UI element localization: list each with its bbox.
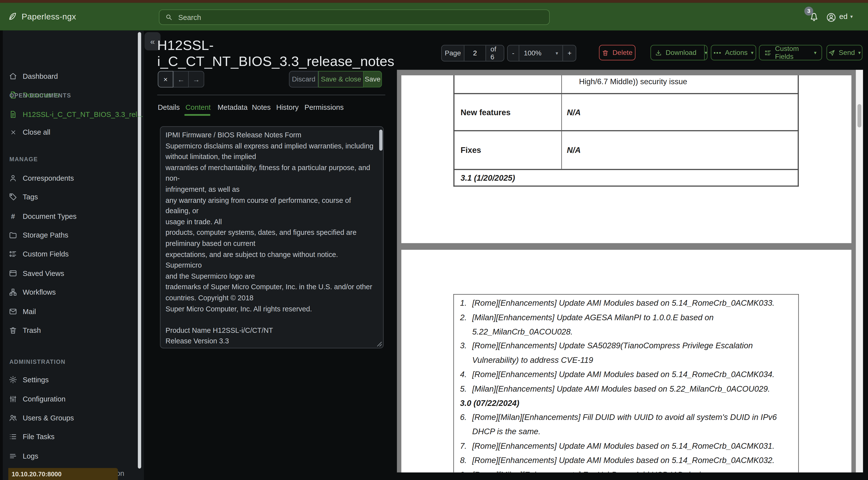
people-icon	[9, 414, 17, 422]
sidebar-item-dashboard[interactable]: Dashboard	[9, 71, 58, 82]
home-icon	[9, 72, 17, 81]
tag-icon	[9, 193, 17, 201]
hash-icon: #	[9, 212, 17, 220]
zoom-out-button[interactable]: -	[507, 46, 519, 61]
sidebar-item-file-tasks[interactable]: File Tasks	[9, 431, 55, 442]
list-item: 1. [Rome][Enhancements] Update AMI Modul…	[454, 296, 798, 311]
save-button-group: Discard Save & close Save	[289, 71, 382, 88]
trash-icon	[602, 49, 609, 56]
manage-header: MANAGE	[9, 156, 38, 162]
download-button: Download ▾	[651, 45, 708, 60]
page-count-label: of 6	[486, 46, 504, 61]
previous-document-button[interactable]: ←	[173, 71, 189, 88]
tab-history[interactable]: History	[276, 103, 299, 112]
custom-fields-button[interactable]: Custom Fields ▾	[759, 45, 822, 60]
discard-button[interactable]: Discard	[289, 71, 318, 88]
sidebar-item-tags[interactable]: Tags	[9, 191, 38, 202]
tab-metadata[interactable]: Metadata	[217, 103, 248, 112]
close-document-button[interactable]: ×	[158, 71, 173, 88]
content-textarea[interactable]: IPMI Firmware / BIOS Release Notes Form …	[160, 126, 383, 348]
textarea-resize-handle[interactable]	[376, 341, 382, 347]
list-item: 5. [Milan][Enhancements] Update AMI Modu…	[454, 382, 798, 396]
pdf-page-1: High/6.7 Middle)) security issue New fea…	[401, 75, 851, 243]
saved-views-icon	[9, 269, 17, 277]
send-icon	[828, 49, 835, 56]
list-item: 4. [Rome][Enhancements] Update AMI Modul…	[454, 368, 798, 382]
pdf-scrollbar-track[interactable]	[856, 70, 863, 473]
send-button[interactable]: Send ▾	[827, 45, 862, 60]
tab-permissions[interactable]: Permissions	[305, 103, 344, 112]
notification-badge: 3	[804, 6, 813, 15]
file-text-icon	[9, 110, 17, 119]
page-navigator: Page of 6	[441, 45, 504, 62]
trash-icon	[9, 326, 17, 334]
user-cluster: 3 ed ▾	[802, 2, 868, 30]
user-avatar-icon[interactable]	[826, 12, 837, 22]
custom-fields-icon	[765, 49, 772, 56]
user-menu-caret-icon[interactable]: ▾	[850, 2, 853, 30]
sidebar-item-open-document[interactable]: H12SSL-i_C_CT_NT_BIOS_3.3_rel...	[9, 109, 143, 120]
pdf-preview[interactable]: High/6.7 Middle)) security issue New fea…	[397, 70, 863, 473]
partial-cell-text: High/6.7 Middle)) security issue	[579, 77, 687, 86]
sidebar-item-logs[interactable]: Logs	[9, 450, 38, 461]
sidebar-item-settings[interactable]: Settings	[9, 374, 49, 385]
release-notes-table: High/6.7 Middle)) security issue New fea…	[454, 75, 799, 187]
sidebar-item-trash[interactable]: Trash	[9, 325, 41, 336]
list-item: 9. [Rome][Milan][Enhancements] For UsbBu…	[454, 468, 798, 472]
list-item: 3. [Rome][Enhancements] Update SA50289(T…	[454, 339, 798, 368]
sidebar-item-close-all[interactable]: Close all	[9, 126, 50, 138]
custom-fields-caret-icon: ▾	[814, 50, 816, 56]
tab-notes[interactable]: Notes	[252, 103, 271, 112]
search-input[interactable]	[177, 12, 544, 22]
editor-nav-group: × ← →	[158, 71, 204, 88]
sidebar-item-mail[interactable]: Mail	[9, 306, 36, 317]
download-main[interactable]: Download	[651, 46, 701, 60]
send-caret-icon: ▾	[858, 50, 861, 56]
divider	[157, 95, 385, 95]
save-button[interactable]: Save	[364, 71, 382, 88]
app-header: Paperless-ngx 3 ed ▾	[0, 2, 868, 30]
global-search[interactable]	[159, 9, 550, 25]
sidebar-item-custom-fields[interactable]: Custom Fields	[9, 248, 69, 260]
custom-fields-icon	[9, 250, 17, 258]
folder-icon	[9, 231, 17, 239]
zoom-level-value: 100%	[524, 49, 541, 57]
sidebar-item-configuration[interactable]: Configuration	[9, 393, 65, 404]
table-row-partial: High/6.7 Middle)) security issue	[454, 75, 799, 94]
main-content: « H12SSL-i_C_CT_NT_BIOS_3.3_release_note…	[144, 30, 868, 480]
sidebar-item-users-groups[interactable]: Users & Groups	[9, 412, 74, 423]
sidebar-item-correspondents[interactable]: Correspondents	[9, 173, 74, 184]
changes-list-box: 1. [Rome][Enhancements] Update AMI Modul…	[454, 294, 799, 473]
sidebar-scrollbar[interactable]	[138, 32, 141, 468]
workflows-icon	[9, 288, 17, 296]
save-and-close-button[interactable]: Save & close	[318, 71, 364, 88]
sidebar-item-saved-views[interactable]: Saved Views	[9, 268, 64, 279]
brand[interactable]: Paperless-ngx	[8, 2, 76, 30]
download-dropdown-button[interactable]: ▾	[704, 46, 707, 60]
sidebar-item-document-types[interactable]: # Document Types	[9, 210, 76, 221]
zoom-in-button[interactable]: +	[563, 46, 576, 61]
tab-content[interactable]: Content	[186, 103, 211, 112]
tab-details[interactable]: Details	[158, 103, 180, 112]
page-input[interactable]	[465, 46, 486, 61]
mail-icon	[9, 307, 17, 316]
zoom-level-select[interactable]: 100% ▾	[519, 46, 563, 61]
pdf-scrollbar-thumb[interactable]	[858, 104, 861, 127]
username[interactable]: ed	[839, 2, 847, 30]
paperless-app: Paperless-ngx 3 ed ▾ Dashboard	[0, 0, 868, 480]
sidebar-item-workflows[interactable]: Workflows	[9, 287, 56, 298]
table-row-new-features: New features N/A	[454, 94, 799, 131]
actions-button[interactable]: ••• Actions ▾	[711, 45, 756, 60]
download-caret-icon: ▾	[705, 50, 707, 56]
next-document-button[interactable]: →	[189, 71, 204, 88]
delete-button[interactable]: Delete	[599, 45, 636, 60]
administration-header: ADMINISTRATION	[9, 358, 65, 365]
active-tab-underline	[184, 114, 210, 116]
sidebar-item-storage-paths[interactable]: Storage Paths	[9, 230, 68, 241]
textarea-scrollbar[interactable]	[379, 130, 382, 151]
download-icon	[655, 49, 662, 56]
actions-caret-icon: ▾	[751, 50, 753, 56]
zoom-caret-icon: ▾	[556, 51, 558, 56]
browser-top-strip	[0, 0, 868, 2]
sliders-icon	[9, 395, 17, 403]
